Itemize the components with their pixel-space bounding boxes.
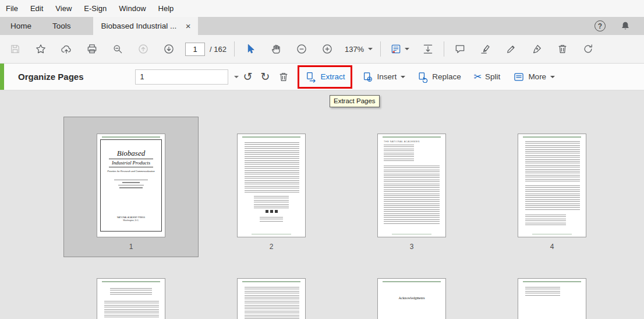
thumbnail-row-1: Biobased Industrial Products Priorities … <box>0 117 644 257</box>
draw-button[interactable] <box>498 38 524 59</box>
split-label: Split <box>485 72 500 81</box>
comment-button[interactable] <box>447 38 473 59</box>
page-display-button[interactable] <box>384 38 415 59</box>
favorite-button[interactable] <box>28 38 54 59</box>
thumbnail-row-2: Acknowledgments <box>0 278 644 319</box>
menu-edit[interactable]: Edit <box>30 4 43 13</box>
share-button[interactable] <box>54 38 79 59</box>
select-tool-button[interactable] <box>238 38 263 59</box>
insert-button[interactable]: Insert <box>362 71 405 83</box>
menu-bar: File Edit View E-Sign Window Help <box>0 0 644 17</box>
chevron-down-icon <box>550 76 555 78</box>
page-thumbnail-8[interactable] <box>484 278 620 319</box>
more-button[interactable]: More <box>513 71 555 83</box>
page-number-label: 4 <box>550 243 554 251</box>
zoom-out-button[interactable] <box>289 38 314 59</box>
page-number-label: 3 <box>410 243 414 251</box>
more-options-icon <box>513 71 525 83</box>
next-page-button[interactable] <box>156 38 182 59</box>
scroll-mode-icon <box>422 43 434 55</box>
tab-tools-label: Tools <box>52 22 71 30</box>
fill-sign-button[interactable] <box>524 38 550 59</box>
hand-tool-button[interactable] <box>263 38 289 59</box>
acrobat-window: File Edit View E-Sign Window Help Home T… <box>0 0 644 319</box>
page-thumbnail-7[interactable]: Acknowledgments <box>344 278 479 319</box>
page-8-preview <box>518 278 586 319</box>
tab-tools[interactable]: Tools <box>42 17 82 35</box>
pages-grid: Biobased Industrial Products Priorities … <box>0 90 644 319</box>
page-number-label: 1 <box>129 243 133 251</box>
notifications-bell-icon[interactable] <box>620 20 631 32</box>
redo-icon <box>582 43 594 55</box>
highlight-button[interactable] <box>473 38 498 59</box>
print-button[interactable] <box>79 38 105 59</box>
star-icon <box>35 43 47 55</box>
help-glyph: ? <box>598 22 602 30</box>
trash-icon <box>557 43 568 55</box>
printer-icon <box>86 43 98 55</box>
extract-page-icon <box>305 71 317 83</box>
menu-view[interactable]: View <box>55 4 72 13</box>
organize-pages-toolbar: Organize Pages ↺ ↻ Extract Insert Replac… <box>0 64 644 90</box>
page-display-icon <box>390 43 402 55</box>
split-button[interactable]: ✂ Split <box>474 72 501 82</box>
menu-help[interactable]: Help <box>158 4 174 13</box>
page-thumbnail-4[interactable]: 4 <box>484 117 620 257</box>
page-range-input[interactable] <box>136 73 234 81</box>
page-thumbnail-5[interactable] <box>63 278 199 319</box>
page-1-preview: Biobased Industrial Products Priorities … <box>97 134 165 237</box>
rotate-left-button[interactable]: ↺ <box>243 71 253 82</box>
insert-page-icon <box>362 71 373 83</box>
page-thumbnail-3[interactable]: THE NATIONAL ACADEMIES 3 <box>344 117 479 257</box>
rotate-right-button[interactable]: ↻ <box>260 71 270 82</box>
page-6-preview <box>237 278 306 319</box>
scroll-mode-button[interactable] <box>415 38 441 59</box>
redo-button[interactable] <box>575 38 601 59</box>
tab-document[interactable]: Biobased Industrial ... × <box>93 17 198 35</box>
chevron-down-icon <box>405 48 409 50</box>
page-5-preview <box>97 278 165 319</box>
page-7-title: Acknowledgments <box>378 296 445 300</box>
toolbar-separator <box>444 41 444 57</box>
page-thumbnail-1[interactable]: Biobased Industrial Products Priorities … <box>63 117 199 257</box>
page-4-preview <box>518 134 586 237</box>
page-down-icon <box>163 43 175 55</box>
page-thumbnail-6[interactable] <box>204 278 339 319</box>
help-icon[interactable]: ? <box>595 20 606 31</box>
menu-file[interactable]: File <box>6 4 18 13</box>
zoom-level-control[interactable]: 137% <box>340 38 377 59</box>
zoom-level-value: 137% <box>345 45 364 54</box>
tab-bar: Home Tools Biobased Industrial ... × ? <box>0 17 644 35</box>
page-number-input[interactable] <box>185 43 205 56</box>
chevron-down-icon <box>234 76 239 78</box>
extract-label: Extract <box>320 72 345 81</box>
replace-button[interactable]: Replace <box>417 71 461 83</box>
extract-pages-tooltip: Extract Pages <box>330 95 380 107</box>
page-range-combo[interactable] <box>135 69 228 85</box>
plus-circle-icon <box>321 43 333 55</box>
pen-nib-icon <box>531 43 543 55</box>
tab-document-label: Biobased Industrial ... <box>101 22 177 30</box>
rotate-right-icon: ↻ <box>260 71 270 82</box>
delete-pages-button[interactable] <box>550 38 575 59</box>
delete-page-button[interactable] <box>278 71 289 83</box>
marquee-zoom-button[interactable] <box>105 38 130 59</box>
page-2-marks <box>238 210 305 213</box>
close-tab-icon[interactable]: × <box>185 22 192 30</box>
page-3-header: THE NATIONAL ACADEMIES <box>384 140 420 143</box>
menu-esign[interactable]: E-Sign <box>84 4 107 13</box>
tab-home[interactable]: Home <box>0 17 42 35</box>
page-thumbnail-2[interactable]: 2 <box>204 117 339 257</box>
page-7-preview: Acknowledgments <box>377 278 446 319</box>
menu-window[interactable]: Window <box>119 4 146 13</box>
extract-button[interactable]: Extract <box>305 71 345 83</box>
cloud-upload-icon <box>61 43 72 55</box>
more-label: More <box>528 72 546 81</box>
previous-page-button[interactable] <box>130 38 156 59</box>
page-number-label: 2 <box>270 243 274 251</box>
cover-title-line1: Biobased <box>101 149 161 157</box>
zoom-in-button[interactable] <box>314 38 340 59</box>
save-button[interactable] <box>2 38 28 59</box>
chevron-down-icon <box>401 76 405 78</box>
tab-home-label: Home <box>10 22 31 30</box>
